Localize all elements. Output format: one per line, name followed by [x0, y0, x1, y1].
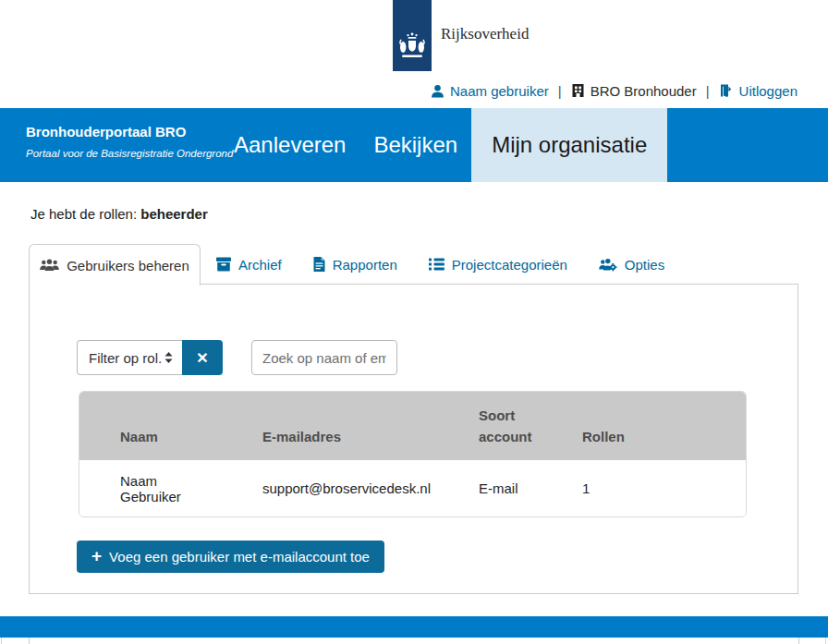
users-table-header: Naam E-mailadres Soort account Rollen [79, 392, 746, 460]
tab-archief[interactable]: Archief [214, 244, 284, 285]
primary-nav-items: Aanleveren Bekijken Mijn organisatie [220, 108, 667, 182]
filter-row: Filter op rol. ✕ [77, 340, 397, 375]
tab-label: Gebruikers beheren [67, 258, 189, 273]
organisation-indicator: BRO Bronhouder [571, 83, 697, 99]
building-icon [571, 83, 585, 98]
plus-icon: + [91, 547, 102, 565]
brand-title: Bronhouderportaal BRO [26, 124, 233, 140]
report-icon [313, 257, 325, 272]
person-icon [431, 84, 444, 98]
column-header-emailadres: E-mailadres [218, 392, 434, 460]
brand-subtitle: Portaal voor de Basisregistratie Ondergr… [26, 148, 233, 159]
logout-label: Uitloggen [739, 83, 798, 99]
tabstrip: Gebruikers beheren Archief [29, 244, 666, 285]
tab-label: Archief [238, 257, 282, 273]
separator: | [703, 83, 712, 99]
organisation-label: BRO Bronhouder [591, 83, 697, 99]
logo-wordmark: Rijksoverheid [441, 25, 529, 43]
column-header-naam: Naam [79, 392, 218, 460]
roles-prefix: Je hebt de rollen: [30, 206, 140, 222]
nav-item-aanleveren[interactable]: Aanleveren [220, 108, 359, 182]
nav-item-mijn-organisatie[interactable]: Mijn organisatie [471, 108, 667, 182]
table-row[interactable]: Naam Gebruiker support@broservicedesk.nl… [79, 460, 746, 516]
roles-value: beheerder [140, 206, 208, 222]
tab-label: Opties [625, 257, 664, 273]
users-icon [40, 259, 59, 272]
tab-gebruikers-beheren[interactable]: Gebruikers beheren [29, 244, 201, 286]
add-user-button[interactable]: + Voeg een gebruiker met e-mailaccount t… [77, 541, 384, 573]
nav-item-bekijken[interactable]: Bekijken [359, 108, 471, 182]
logout-link[interactable]: Uitloggen [719, 83, 798, 99]
coat-of-arms-icon [398, 31, 426, 65]
search-input[interactable] [251, 340, 397, 375]
tab-opties[interactable]: Opties [597, 244, 666, 285]
logout-icon [719, 83, 734, 98]
archive-icon [216, 257, 231, 272]
role-filter-select[interactable]: Filter op rol. [77, 340, 182, 375]
close-icon: ✕ [196, 349, 208, 367]
roles-line: Je hebt de rollen: beheerder [30, 206, 208, 222]
cell-soort-account: E-mail [434, 480, 539, 496]
add-user-button-label: Voeg een gebruiker met e-mailaccount toe [109, 549, 370, 565]
current-user-label: Naam gebruiker [450, 83, 549, 99]
brand: Bronhouderportaal BRO Portaal voor de Ba… [26, 124, 233, 159]
primary-navbar: Bronhouderportaal BRO Portaal voor de Ba… [0, 108, 828, 182]
column-header-soort-account: Soort account [434, 392, 539, 460]
bronhouderportaal-page: Rijksoverheid Naam gebruiker | B [0, 0, 828, 644]
tab-projectcategorieen[interactable]: Projectcategorieën [427, 244, 569, 285]
tab-label: Rapporten [333, 257, 397, 273]
cell-rollen: 1 [539, 480, 746, 496]
list-icon [429, 258, 444, 271]
separator: | [555, 83, 565, 99]
tab-rapporten[interactable]: Rapporten [311, 244, 399, 285]
column-header-rollen: Rollen [539, 392, 746, 460]
rijksoverheid-logo [393, 0, 432, 71]
role-filter-label: Filter op rol. [89, 350, 162, 366]
tab-label: Projectcategorieën [452, 257, 567, 273]
sort-updown-icon [164, 352, 173, 363]
current-user-link[interactable]: Naam gebruiker [431, 83, 549, 99]
tab-panel: Filter op rol. ✕ Naam E-mailadres Soort … [29, 284, 798, 594]
site-header: Rijksoverheid Naam gebruiker | B [0, 0, 828, 108]
footer-panel [29, 638, 799, 644]
users-table: Naam E-mailadres Soort account Rollen Na… [79, 391, 747, 517]
cell-naam: Naam Gebruiker [79, 473, 218, 504]
users-gear-icon [599, 258, 617, 272]
footer-bar [0, 616, 828, 638]
cell-emailadres: support@broservicedesk.nl [218, 480, 434, 496]
clear-filter-button[interactable]: ✕ [182, 340, 223, 375]
main-content: Je hebt de rollen: beheerder Gebruikers … [0, 182, 828, 616]
user-bar: Naam gebruiker | BRO Bronhouder | [431, 79, 798, 103]
